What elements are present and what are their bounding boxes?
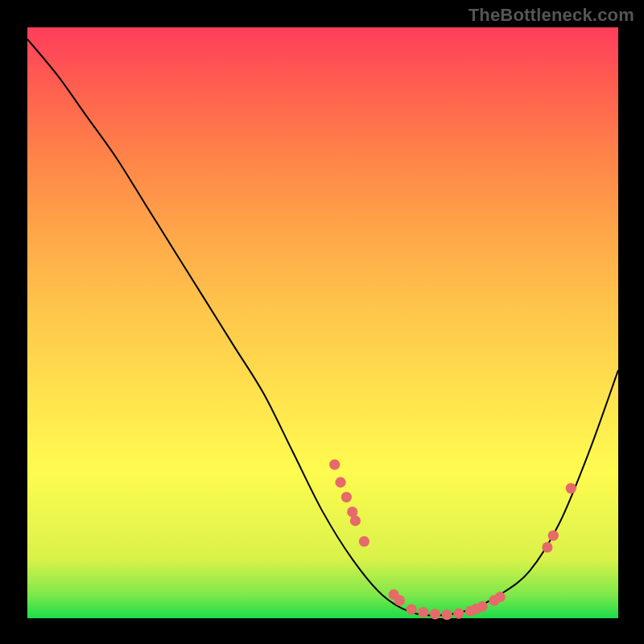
chart-plot-area xyxy=(27,27,618,618)
chart-svg xyxy=(27,27,618,618)
data-points xyxy=(329,460,576,621)
data-point xyxy=(394,595,405,605)
data-point xyxy=(329,460,340,470)
data-point xyxy=(418,607,428,617)
data-point xyxy=(430,609,440,619)
watermark-text: TheBottleneck.com xyxy=(469,5,634,26)
data-point xyxy=(406,604,416,614)
data-point xyxy=(566,483,576,493)
data-point xyxy=(442,609,452,620)
data-point xyxy=(495,592,506,602)
bottleneck-curve xyxy=(27,39,618,616)
data-point xyxy=(359,536,369,547)
data-point xyxy=(548,530,559,541)
data-point xyxy=(335,477,345,488)
data-point xyxy=(350,515,361,526)
data-point xyxy=(453,609,464,619)
data-point xyxy=(477,601,488,612)
data-point xyxy=(542,542,552,552)
data-point xyxy=(341,492,352,502)
chart-frame: TheBottleneck.com xyxy=(0,0,644,644)
